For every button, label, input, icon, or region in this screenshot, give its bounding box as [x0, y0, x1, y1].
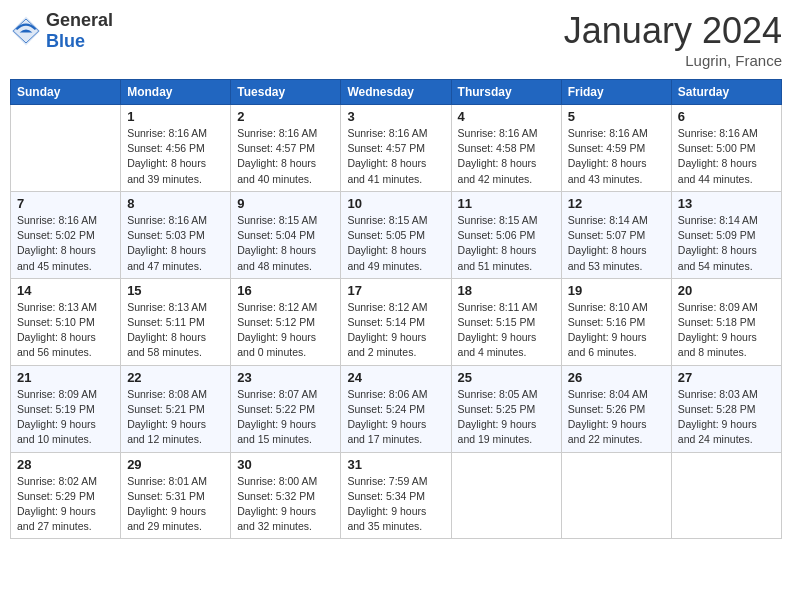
page-header: General Blue January 2024 Lugrin, France	[10, 10, 782, 69]
day-info: Sunrise: 8:08 AMSunset: 5:21 PMDaylight:…	[127, 387, 224, 448]
calendar-cell: 15Sunrise: 8:13 AMSunset: 5:11 PMDayligh…	[121, 278, 231, 365]
location: Lugrin, France	[564, 52, 782, 69]
day-info: Sunrise: 8:15 AMSunset: 5:04 PMDaylight:…	[237, 213, 334, 274]
day-number: 31	[347, 457, 444, 472]
week-row-1: 7Sunrise: 8:16 AMSunset: 5:02 PMDaylight…	[11, 191, 782, 278]
day-info: Sunrise: 8:16 AMSunset: 5:00 PMDaylight:…	[678, 126, 775, 187]
calendar-cell: 8Sunrise: 8:16 AMSunset: 5:03 PMDaylight…	[121, 191, 231, 278]
calendar-cell: 6Sunrise: 8:16 AMSunset: 5:00 PMDaylight…	[671, 105, 781, 192]
calendar-table: SundayMondayTuesdayWednesdayThursdayFrid…	[10, 79, 782, 539]
weekday-header-row: SundayMondayTuesdayWednesdayThursdayFrid…	[11, 80, 782, 105]
calendar-cell: 17Sunrise: 8:12 AMSunset: 5:14 PMDayligh…	[341, 278, 451, 365]
day-info: Sunrise: 8:07 AMSunset: 5:22 PMDaylight:…	[237, 387, 334, 448]
day-number: 2	[237, 109, 334, 124]
day-info: Sunrise: 8:16 AMSunset: 4:59 PMDaylight:…	[568, 126, 665, 187]
weekday-header-sunday: Sunday	[11, 80, 121, 105]
calendar-cell: 20Sunrise: 8:09 AMSunset: 5:18 PMDayligh…	[671, 278, 781, 365]
day-number: 20	[678, 283, 775, 298]
logo-blue: Blue	[46, 31, 113, 52]
day-info: Sunrise: 8:16 AMSunset: 4:57 PMDaylight:…	[237, 126, 334, 187]
calendar-cell: 18Sunrise: 8:11 AMSunset: 5:15 PMDayligh…	[451, 278, 561, 365]
calendar-cell	[451, 452, 561, 539]
calendar-cell	[11, 105, 121, 192]
calendar-cell: 1Sunrise: 8:16 AMSunset: 4:56 PMDaylight…	[121, 105, 231, 192]
logo-general: General	[46, 10, 113, 31]
day-info: Sunrise: 8:00 AMSunset: 5:32 PMDaylight:…	[237, 474, 334, 535]
day-number: 17	[347, 283, 444, 298]
day-info: Sunrise: 8:16 AMSunset: 4:56 PMDaylight:…	[127, 126, 224, 187]
day-number: 25	[458, 370, 555, 385]
day-number: 13	[678, 196, 775, 211]
calendar-cell: 28Sunrise: 8:02 AMSunset: 5:29 PMDayligh…	[11, 452, 121, 539]
weekday-header-wednesday: Wednesday	[341, 80, 451, 105]
day-number: 18	[458, 283, 555, 298]
day-number: 3	[347, 109, 444, 124]
calendar-cell: 19Sunrise: 8:10 AMSunset: 5:16 PMDayligh…	[561, 278, 671, 365]
weekday-header-thursday: Thursday	[451, 80, 561, 105]
day-number: 14	[17, 283, 114, 298]
logo-icon	[10, 15, 42, 47]
calendar-cell: 22Sunrise: 8:08 AMSunset: 5:21 PMDayligh…	[121, 365, 231, 452]
day-number: 22	[127, 370, 224, 385]
calendar-cell: 24Sunrise: 8:06 AMSunset: 5:24 PMDayligh…	[341, 365, 451, 452]
weekday-header-tuesday: Tuesday	[231, 80, 341, 105]
logo: General Blue	[10, 10, 113, 52]
weekday-header-monday: Monday	[121, 80, 231, 105]
calendar-cell: 26Sunrise: 8:04 AMSunset: 5:26 PMDayligh…	[561, 365, 671, 452]
day-number: 5	[568, 109, 665, 124]
month-title: January 2024	[564, 10, 782, 52]
calendar-cell: 3Sunrise: 8:16 AMSunset: 4:57 PMDaylight…	[341, 105, 451, 192]
calendar-cell: 14Sunrise: 8:13 AMSunset: 5:10 PMDayligh…	[11, 278, 121, 365]
calendar-cell: 25Sunrise: 8:05 AMSunset: 5:25 PMDayligh…	[451, 365, 561, 452]
week-row-2: 14Sunrise: 8:13 AMSunset: 5:10 PMDayligh…	[11, 278, 782, 365]
day-number: 29	[127, 457, 224, 472]
day-info: Sunrise: 8:16 AMSunset: 5:02 PMDaylight:…	[17, 213, 114, 274]
calendar-cell: 7Sunrise: 8:16 AMSunset: 5:02 PMDaylight…	[11, 191, 121, 278]
day-number: 11	[458, 196, 555, 211]
day-info: Sunrise: 8:10 AMSunset: 5:16 PMDaylight:…	[568, 300, 665, 361]
day-info: Sunrise: 8:01 AMSunset: 5:31 PMDaylight:…	[127, 474, 224, 535]
day-info: Sunrise: 8:14 AMSunset: 5:07 PMDaylight:…	[568, 213, 665, 274]
day-number: 21	[17, 370, 114, 385]
day-info: Sunrise: 8:03 AMSunset: 5:28 PMDaylight:…	[678, 387, 775, 448]
day-info: Sunrise: 8:15 AMSunset: 5:05 PMDaylight:…	[347, 213, 444, 274]
title-area: January 2024 Lugrin, France	[564, 10, 782, 69]
day-info: Sunrise: 8:05 AMSunset: 5:25 PMDaylight:…	[458, 387, 555, 448]
day-number: 28	[17, 457, 114, 472]
calendar-cell: 27Sunrise: 8:03 AMSunset: 5:28 PMDayligh…	[671, 365, 781, 452]
week-row-3: 21Sunrise: 8:09 AMSunset: 5:19 PMDayligh…	[11, 365, 782, 452]
day-info: Sunrise: 8:09 AMSunset: 5:19 PMDaylight:…	[17, 387, 114, 448]
calendar-cell	[671, 452, 781, 539]
day-number: 30	[237, 457, 334, 472]
day-number: 15	[127, 283, 224, 298]
calendar-cell: 2Sunrise: 8:16 AMSunset: 4:57 PMDaylight…	[231, 105, 341, 192]
day-number: 16	[237, 283, 334, 298]
day-number: 10	[347, 196, 444, 211]
calendar-cell: 13Sunrise: 8:14 AMSunset: 5:09 PMDayligh…	[671, 191, 781, 278]
calendar-cell: 29Sunrise: 8:01 AMSunset: 5:31 PMDayligh…	[121, 452, 231, 539]
day-number: 27	[678, 370, 775, 385]
day-info: Sunrise: 8:06 AMSunset: 5:24 PMDaylight:…	[347, 387, 444, 448]
day-number: 1	[127, 109, 224, 124]
calendar-cell: 10Sunrise: 8:15 AMSunset: 5:05 PMDayligh…	[341, 191, 451, 278]
day-number: 24	[347, 370, 444, 385]
day-info: Sunrise: 8:16 AMSunset: 5:03 PMDaylight:…	[127, 213, 224, 274]
day-number: 4	[458, 109, 555, 124]
calendar-cell: 23Sunrise: 8:07 AMSunset: 5:22 PMDayligh…	[231, 365, 341, 452]
calendar-cell	[561, 452, 671, 539]
calendar-cell: 9Sunrise: 8:15 AMSunset: 5:04 PMDaylight…	[231, 191, 341, 278]
day-info: Sunrise: 8:14 AMSunset: 5:09 PMDaylight:…	[678, 213, 775, 274]
weekday-header-saturday: Saturday	[671, 80, 781, 105]
calendar-cell: 31Sunrise: 7:59 AMSunset: 5:34 PMDayligh…	[341, 452, 451, 539]
day-number: 7	[17, 196, 114, 211]
day-number: 12	[568, 196, 665, 211]
week-row-4: 28Sunrise: 8:02 AMSunset: 5:29 PMDayligh…	[11, 452, 782, 539]
day-info: Sunrise: 8:12 AMSunset: 5:14 PMDaylight:…	[347, 300, 444, 361]
calendar-cell: 21Sunrise: 8:09 AMSunset: 5:19 PMDayligh…	[11, 365, 121, 452]
calendar-cell: 5Sunrise: 8:16 AMSunset: 4:59 PMDaylight…	[561, 105, 671, 192]
logo-text: General Blue	[46, 10, 113, 52]
day-number: 8	[127, 196, 224, 211]
calendar-cell: 30Sunrise: 8:00 AMSunset: 5:32 PMDayligh…	[231, 452, 341, 539]
day-info: Sunrise: 8:15 AMSunset: 5:06 PMDaylight:…	[458, 213, 555, 274]
day-info: Sunrise: 8:16 AMSunset: 4:58 PMDaylight:…	[458, 126, 555, 187]
